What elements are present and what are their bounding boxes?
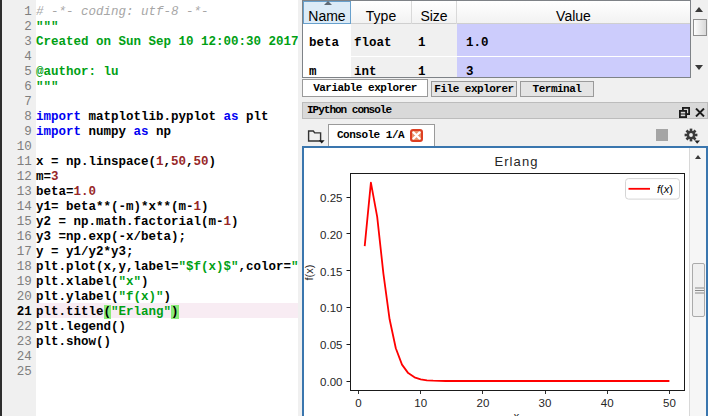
svg-text:30: 30 — [539, 397, 552, 409]
svg-text:0.00: 0.00 — [320, 376, 342, 388]
svg-text:f(x): f(x) — [304, 265, 315, 281]
svg-text:f(x): f(x) — [657, 183, 673, 195]
svg-text:Erlang: Erlang — [494, 154, 538, 169]
svg-text:x: x — [512, 410, 519, 416]
svg-text:20: 20 — [477, 397, 490, 409]
svg-text:0.25: 0.25 — [320, 192, 342, 204]
svg-text:10: 10 — [414, 397, 427, 409]
svg-text:0.15: 0.15 — [320, 266, 342, 278]
svg-text:0.10: 0.10 — [320, 302, 342, 314]
svg-text:0.20: 0.20 — [320, 229, 342, 241]
svg-text:40: 40 — [601, 397, 614, 409]
svg-text:0: 0 — [355, 397, 361, 409]
svg-text:50: 50 — [663, 397, 676, 409]
svg-text:0.05: 0.05 — [320, 339, 342, 351]
